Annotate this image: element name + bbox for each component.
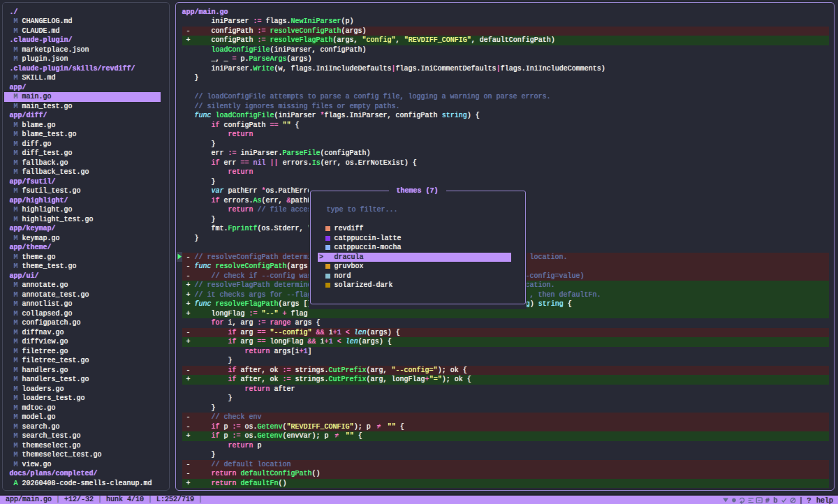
svg-text:help: help bbox=[816, 497, 833, 504]
svg-text:?: ? bbox=[807, 497, 811, 504]
svg-text:b: b bbox=[773, 497, 777, 504]
svg-text:|: | bbox=[799, 497, 803, 504]
svg-text:#: # bbox=[765, 497, 770, 504]
